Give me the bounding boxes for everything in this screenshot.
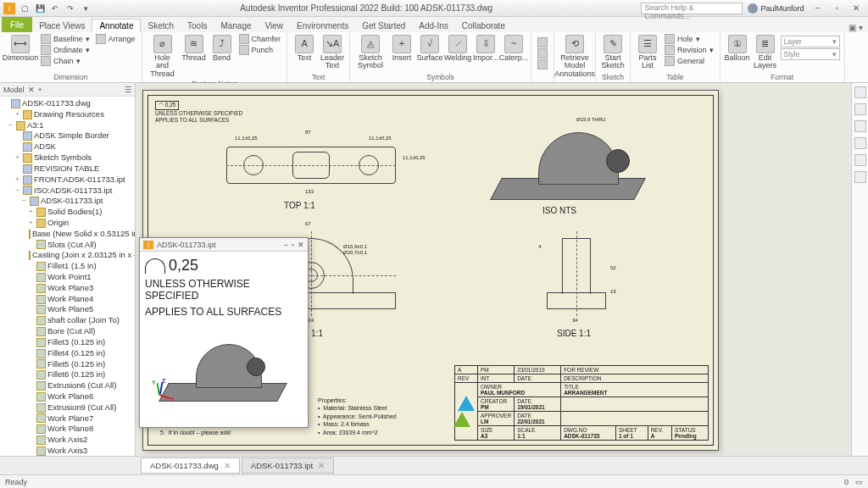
tree-node[interactable]: +Origin [0, 218, 135, 229]
tree-node[interactable]: +Solid Bodies(1) [0, 207, 135, 218]
thread-button[interactable]: ≋Thread [181, 34, 207, 63]
chain-button[interactable]: Chain ▾ [39, 56, 92, 66]
tab-collaborate[interactable]: Collaborate [455, 19, 512, 32]
tree-node[interactable]: Work Axis3 [0, 446, 135, 457]
tab-add-ins[interactable]: Add-Ins [412, 19, 454, 32]
hole-thread-button[interactable]: ⌀Hole and Thread [147, 34, 179, 79]
tab-get-started[interactable]: Get Started [355, 19, 412, 32]
sym2-icon[interactable] [536, 48, 549, 58]
zoom-icon[interactable] [854, 137, 866, 149]
tree-node[interactable]: REVISION TABLE [0, 164, 135, 175]
tree-node[interactable]: Extrusion6 (Cut All) [0, 380, 135, 391]
baseline-button[interactable]: Baseline ▾ [39, 34, 92, 44]
doc-tab-ipt[interactable]: ADSK-011733.ipt✕ [242, 458, 334, 474]
tab-tools[interactable]: Tools [181, 19, 214, 32]
maximize-icon[interactable]: ▫ [828, 3, 845, 13]
start-sketch-button[interactable]: ✎Start Sketch [600, 34, 626, 71]
browser-add-icon[interactable]: + [38, 86, 42, 94]
tab-annotate[interactable]: Annotate [92, 19, 141, 32]
import-button[interactable]: ⇩Impor... [473, 34, 498, 63]
leader-text-button[interactable]: ↘ALeader Text [320, 34, 345, 71]
search-input[interactable]: Search Help & Commands... [641, 3, 743, 14]
tab-close-icon[interactable]: ✕ [318, 461, 325, 470]
tree-node[interactable]: Work Point1 [0, 272, 135, 283]
tree-node[interactable]: ADSK Simple Border [0, 130, 135, 141]
browser-menu-icon[interactable]: ☰ [125, 86, 131, 94]
tree-node[interactable]: +Sketch Symbols [0, 152, 135, 164]
surface-button[interactable]: √Surface [417, 34, 442, 63]
tree-root[interactable]: ADSK-011733.dwg [0, 98, 135, 109]
tree-node[interactable]: Work Plane5 [0, 304, 135, 315]
close-icon[interactable]: ✕ [848, 3, 865, 13]
tree-node[interactable]: Base (New Solid x 0.53125 in) [0, 229, 135, 240]
float-maximize-icon[interactable]: ▫ [292, 241, 294, 249]
tree-node[interactable]: Slots (Cut All) [0, 240, 135, 251]
parts-list-button[interactable]: ☰Parts List [635, 34, 660, 71]
ordinate-button[interactable]: Ordinate ▾ [39, 45, 92, 55]
tree-node[interactable]: −ADSK-011733.ipt [0, 196, 135, 207]
tree-node[interactable]: Casting (Join x 2.03125 in x -12 de [0, 250, 135, 261]
table-general-button[interactable]: General [663, 56, 715, 66]
sketch-symbol-button[interactable]: ◬Sketch Symbol [354, 34, 387, 71]
doc-tab-dwg[interactable]: ADSK-011733.dwg✕ [141, 458, 240, 474]
qat-open-icon[interactable]: ▢ [19, 3, 31, 14]
retrieve-model-button[interactable]: ⟲Retrieve Model Annotations [559, 34, 591, 79]
bend-button[interactable]: ⤴Bend [209, 34, 235, 63]
layer-combo[interactable]: Layer [781, 36, 840, 47]
qat-undo-icon[interactable]: ↶ [49, 3, 61, 14]
tree-node[interactable]: Work Plane8 [0, 424, 135, 435]
home-view-icon[interactable] [854, 86, 866, 98]
file-tab[interactable]: File [2, 17, 32, 32]
float-minimize-icon[interactable]: − [284, 241, 288, 249]
tree-node[interactable]: Work Plane7 [0, 413, 135, 424]
float-close-icon[interactable]: ✕ [298, 241, 304, 249]
browser-close-icon[interactable]: ✕ [28, 86, 35, 94]
caterp-button[interactable]: ~Caterp... [501, 34, 526, 63]
collapse-ribbon-icon[interactable]: ▣ ▾ [843, 23, 868, 32]
tree-node[interactable]: Fillet1 (1.5 in) [0, 261, 135, 272]
qat-redo-icon[interactable]: ↷ [64, 3, 76, 14]
browser-tree[interactable]: ADSK-011733.dwg +Drawing Resources−A3:1A… [0, 97, 135, 473]
minimize-icon[interactable]: − [809, 3, 826, 13]
tree-node[interactable]: shaft collar (Join To) [0, 315, 135, 326]
tab-close-icon[interactable]: ✕ [224, 461, 231, 470]
lookat-icon[interactable] [854, 154, 866, 166]
tree-node[interactable]: Work Plane4 [0, 294, 135, 305]
tree-node[interactable]: +FRONT:ADSK-011733.ipt [0, 175, 135, 186]
chamfer-button[interactable]: Chamfer [237, 34, 283, 44]
tree-node[interactable]: Fillet4 (0.125 in) [0, 348, 135, 359]
qat-more-icon[interactable]: ▾ [80, 3, 92, 14]
style-combo[interactable]: Style [781, 48, 840, 60]
tree-node[interactable]: Fillet3 (0.125 in) [0, 337, 135, 348]
tree-node[interactable]: −A3:1 [0, 120, 135, 131]
punch-button[interactable]: Punch [237, 45, 283, 55]
welding-button[interactable]: ⟋Welding [445, 34, 470, 63]
orbit-icon[interactable] [854, 103, 866, 115]
tab-place-views[interactable]: Place Views [32, 19, 92, 32]
table-hole-button[interactable]: Hole ▾ [663, 34, 715, 44]
tree-node[interactable]: +Drawing Resources [0, 109, 135, 120]
tab-manage[interactable]: Manage [214, 19, 258, 32]
insert-button[interactable]: +Insert [389, 34, 415, 63]
tab-sketch[interactable]: Sketch [141, 19, 181, 32]
tree-node[interactable]: Fillet6 (0.125 in) [0, 369, 135, 380]
tree-node[interactable]: Work Plane3 [0, 283, 135, 294]
fullnav-icon[interactable] [854, 171, 866, 183]
dimension-button[interactable]: ⟷Dimension [4, 34, 36, 63]
pan-icon[interactable] [854, 120, 866, 132]
tree-node[interactable]: Bore (Cut All) [0, 326, 135, 337]
sym3-icon[interactable] [536, 59, 549, 69]
tab-environments[interactable]: Environments [290, 19, 355, 32]
user-menu[interactable]: PaulMunford [748, 3, 804, 14]
floating-ipt-window[interactable]: IADSK-011733.ipt −▫✕ 0,25 UNLESS OTHERWI… [139, 237, 309, 428]
arrange-button[interactable]: Arrange [94, 34, 137, 44]
tab-view[interactable]: View [259, 19, 291, 32]
table-revision-button[interactable]: Revision ▾ [663, 45, 715, 55]
balloon-button[interactable]: ①Balloon [725, 34, 750, 63]
qat-save-icon[interactable]: 💾 [34, 3, 46, 14]
tree-node[interactable]: Extrusion9 (Cut All) [0, 402, 135, 413]
tree-node[interactable]: Work Axis2 [0, 435, 135, 446]
tree-node[interactable]: Fillet5 (0.125 in) [0, 359, 135, 370]
text-button[interactable]: AText [292, 34, 317, 63]
edit-layers-button[interactable]: ≣Edit Layers [753, 34, 778, 71]
